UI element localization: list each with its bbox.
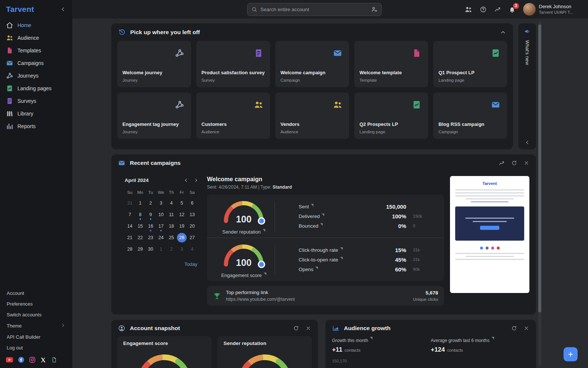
campaign-type: Standard	[273, 185, 292, 190]
pickup-tile-q2-prospects-lp[interactable]: Q2 Prospects LPLanding page	[354, 92, 428, 139]
top-link-url[interactable]: https://www.youtube.com/@tarvent	[226, 296, 295, 303]
sidebar-footer-theme[interactable]: Theme	[0, 320, 72, 332]
calendar-day[interactable]: 22	[135, 232, 145, 243]
scrollbar-track[interactable]	[538, 22, 541, 366]
sidebar-item-landing-pages[interactable]: Landing pages	[0, 82, 72, 95]
close-icon[interactable]	[523, 160, 529, 166]
calendar-day[interactable]: 2	[145, 197, 156, 209]
whats-new-panel[interactable]: What's new	[518, 23, 536, 149]
calendar-day[interactable]: 23	[145, 232, 156, 243]
contact-search-icon[interactable]	[371, 6, 378, 13]
pickup-tile-customers[interactable]: CustomersAudience	[196, 92, 270, 139]
calendar-day[interactable]: 29	[135, 243, 145, 255]
sidebar-footer-log-out[interactable]: Log out	[0, 342, 72, 353]
search-input[interactable]	[260, 7, 368, 12]
calendar-prev-icon[interactable]	[183, 178, 189, 183]
refresh-icon[interactable]	[511, 325, 517, 331]
pickup-tile-blog-rss-campaign[interactable]: Blog RSS campaignCampaign	[433, 92, 507, 139]
user-menu[interactable]: Derek Johnson Tarvent UI/API T...	[523, 3, 573, 16]
calendar-day[interactable]: 1	[156, 243, 166, 255]
youtube-icon[interactable]	[6, 357, 13, 362]
close-icon[interactable]	[305, 325, 311, 331]
calendar-day[interactable]: 7	[125, 209, 135, 220]
pickup-tile-welcome-template[interactable]: Welcome templateTemplate	[354, 41, 428, 87]
calendar-weekday: Fr	[177, 188, 187, 197]
refresh-icon[interactable]	[293, 325, 299, 331]
calendar-day[interactable]: 15	[135, 220, 145, 232]
pickup-tile-q1-prospect-lp[interactable]: Q1 Prospect LPLanding page	[433, 41, 507, 87]
calendar-next-icon[interactable]	[193, 178, 199, 183]
search-box[interactable]	[247, 3, 382, 16]
top-link-clicks-caption: Unique clicks	[413, 296, 438, 303]
pickup-tile-vendors[interactable]: VendorsAudience	[275, 92, 349, 139]
calendar-day[interactable]: 20	[187, 220, 197, 232]
sidebar-footer-api-call-builder[interactable]: API Call Builder	[0, 332, 72, 342]
calendar-day[interactable]: 10	[156, 209, 166, 220]
calendar-day[interactable]: 17	[156, 220, 166, 232]
x-icon[interactable]	[40, 357, 46, 363]
sidebar-item-journeys[interactable]: Journeys	[0, 69, 72, 82]
calendar-day[interactable]: 28	[125, 243, 135, 255]
calendar-day[interactable]: 25	[166, 232, 177, 243]
calendar-day[interactable]: 26	[177, 232, 187, 243]
calendar-day[interactable]: 2	[166, 243, 177, 255]
sidebar-footer-switch-accounts[interactable]: Switch accounts	[0, 309, 72, 320]
calendar-day[interactable]: 1	[135, 197, 145, 209]
calendar-day[interactable]: 12	[177, 209, 187, 220]
instagram-icon[interactable]	[29, 357, 35, 363]
analytics-icon[interactable]	[494, 6, 501, 13]
calendar-today-link[interactable]: Today	[184, 261, 197, 267]
calendar-day[interactable]: 21	[125, 232, 135, 243]
document-icon[interactable]	[51, 357, 57, 363]
app-logo[interactable]: Tarvent	[6, 5, 34, 14]
chart-icon[interactable]	[499, 160, 505, 166]
sidebar-item-home[interactable]: Home	[0, 19, 72, 32]
calendar-day[interactable]: 8	[135, 209, 145, 220]
expand-chevron-left-icon[interactable]	[524, 139, 530, 146]
create-new-button[interactable]: +	[564, 347, 578, 361]
email-preview[interactable]: Tarvent	[450, 176, 529, 293]
calendar-day[interactable]: 4	[187, 243, 197, 255]
help-icon[interactable]	[480, 6, 487, 13]
refresh-icon[interactable]	[511, 160, 517, 166]
calendar-day[interactable]: 14	[125, 220, 135, 232]
pickup-tile-welcome-journey[interactable]: Welcome journeyJourney	[117, 41, 191, 87]
sidebar-item-library[interactable]: Library	[0, 107, 72, 120]
facebook-icon[interactable]	[18, 357, 24, 363]
info-flag-icon	[322, 214, 324, 216]
pickup-tile-product-satisfaction-survey[interactable]: Product satisfaction surveySurvey	[196, 41, 270, 87]
pickup-tile-welcome-campaign[interactable]: Welcome campaignCampaign	[275, 41, 349, 87]
calendar-day[interactable]: 31	[125, 197, 135, 209]
calendar-day[interactable]: 13	[187, 209, 197, 220]
sidebar-item-templates[interactable]: Templates	[0, 44, 72, 57]
collapse-chevron-up-icon[interactable]	[500, 29, 506, 36]
sidebar-item-campaigns[interactable]: Campaigns	[0, 57, 72, 69]
avatar[interactable]	[523, 3, 536, 16]
close-icon[interactable]	[523, 325, 529, 331]
calendar-day[interactable]: 9	[145, 209, 156, 220]
calendar-day[interactable]: 3	[177, 243, 187, 255]
sidebar-item-reports[interactable]: Reports	[0, 120, 72, 133]
sidebar-footer-preferences[interactable]: Preferences	[0, 299, 72, 309]
calendar-day[interactable]: 30	[145, 243, 156, 255]
sidebar-item-surveys[interactable]: Surveys	[0, 95, 72, 107]
calendar-day[interactable]: 27	[187, 232, 197, 243]
scrollbar-thumb[interactable]	[538, 25, 541, 312]
pickup-tile-engagement-tag-journey[interactable]: Engagement tag journeyJourney	[117, 92, 191, 139]
tile-title: Welcome journey	[122, 70, 166, 75]
calendar-day[interactable]: 24	[156, 232, 166, 243]
calendar-day[interactable]: 6	[187, 197, 197, 209]
calendar-day[interactable]: 5	[177, 197, 187, 209]
calendar-day[interactable]: 18	[166, 220, 177, 232]
calendar-day[interactable]: 3	[156, 197, 166, 209]
contacts-icon[interactable]	[464, 6, 472, 13]
calendar-day[interactable]: 11	[166, 209, 177, 220]
notifications-bell-icon[interactable]: 3	[509, 6, 516, 13]
top-performing-link[interactable]: Top performing link https://www.youtube.…	[207, 286, 444, 306]
sidebar-collapse-icon[interactable]	[60, 6, 66, 13]
sidebar-footer-account[interactable]: Account	[0, 288, 72, 299]
calendar-day[interactable]: 19	[177, 220, 187, 232]
calendar-day[interactable]: 16	[145, 220, 156, 232]
calendar-day[interactable]: 4	[166, 197, 177, 209]
sidebar-item-audience[interactable]: Audience	[0, 32, 72, 44]
